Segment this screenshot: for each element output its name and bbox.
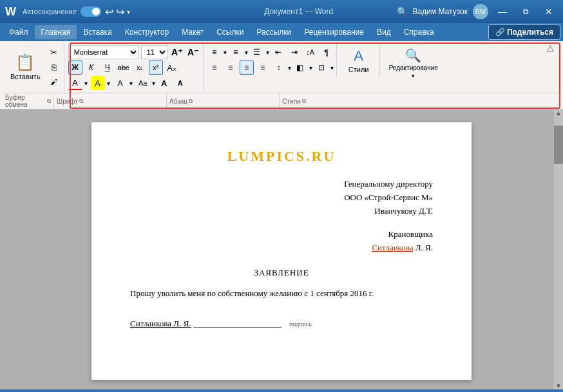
doc-addressee: Генеральному директору ООО «Строй-Сервис… [130, 178, 433, 218]
increase-indent-button[interactable]: ⇥ [287, 45, 301, 59]
shading-button[interactable]: A [113, 76, 128, 90]
cut-button[interactable]: ✂ [47, 45, 61, 59]
menu-view[interactable]: Вид [370, 25, 397, 39]
para-group: ≡ ▾ ≡ ▾ ☰ ▾ ⇤ ⇥ ↕A ¶ ≡ ≡ ≡ ≡ ↕ ▾ ◧ ▾ ⊡ [205, 44, 337, 76]
buffer-expand-icon[interactable]: ⧉ [47, 98, 51, 105]
editing-dropdown[interactable]: ▾ [412, 73, 415, 79]
highlight-dropdown[interactable]: ▾ [107, 80, 110, 87]
increase-font-button[interactable]: A⁺ [170, 45, 184, 59]
decrease-indent-button[interactable]: ⇤ [271, 45, 285, 59]
copy-button[interactable]: ⎘ [47, 60, 61, 74]
undo-button[interactable]: ↩ [105, 6, 113, 18]
menu-insert[interactable]: Вставка [77, 25, 119, 39]
restore-button[interactable]: ⧉ [517, 3, 535, 21]
font-name-select[interactable]: Montserrat [68, 45, 139, 59]
undo-arrow[interactable]: ▾ [127, 8, 130, 15]
align-center-button[interactable]: ≡ [224, 61, 238, 75]
menu-help[interactable]: Справка [397, 25, 441, 39]
show-marks-button[interactable]: ¶ [320, 45, 334, 59]
clipboard-small-btns: ✂ ⎘ 🖌 [47, 45, 61, 89]
strikethrough-button[interactable]: аbc [117, 61, 131, 75]
change-case-button[interactable]: Aa [136, 76, 150, 90]
doc-from: Крановщика Ситлаикова Л. Я. [130, 228, 433, 255]
align-justify-button[interactable]: ≡ [256, 61, 270, 75]
ribbon-content: 📋 Вставить ✂ ⎘ 🖌 Montserrat 11 A⁺ A⁻ [3, 44, 560, 91]
superscript-button[interactable]: x² [149, 61, 163, 75]
clear-format-button[interactable]: Aₓ [165, 61, 179, 75]
font-size-select[interactable]: 11 [141, 45, 168, 59]
align-left-button[interactable]: ≡ [207, 61, 222, 75]
multilevel-button[interactable]: ☰ [250, 45, 264, 59]
grow-font-button[interactable]: A [157, 76, 171, 90]
minimize-button[interactable]: — [493, 3, 511, 21]
styles-icon: A [354, 48, 363, 64]
paste-button[interactable]: 📋 Вставить [5, 45, 46, 89]
from-name: Ситлаикова Л. Я. [130, 241, 433, 255]
editing-button[interactable]: 🔍 Редактирование ▾ [384, 45, 443, 82]
shading-para-dropdown[interactable]: ▾ [309, 64, 312, 71]
sig-name: Ситлаикова Л. Я. [130, 319, 191, 329]
styles-button[interactable]: A Стили [343, 45, 374, 76]
redo-button[interactable]: ↪ [116, 6, 124, 18]
document-area: LUMPICS.RU Генеральному директору ООО «С… [0, 109, 563, 389]
ribbon: 📋 Вставить ✂ ⎘ 🖌 Montserrat 11 A⁺ A⁻ [0, 41, 563, 109]
menu-references[interactable]: Ссылки [210, 25, 250, 39]
menu-mailings[interactable]: Рассылки [250, 25, 298, 39]
buffer-group: 📋 Вставить ✂ ⎘ 🖌 [3, 44, 64, 91]
editing-group: 🔍 Редактирование ▾ [381, 44, 446, 83]
highlight-button[interactable]: A [91, 76, 105, 90]
line-spacing-button[interactable]: ↕ [272, 61, 286, 75]
buffer-label-area: Буфер обмена ⧉ [3, 93, 54, 109]
bold-button[interactable]: Ж [68, 61, 82, 75]
toggle-knob [92, 8, 100, 15]
scroll-down-arrow[interactable]: ▼ [555, 382, 562, 389]
ribbon-collapse-button[interactable]: △ [547, 42, 554, 53]
font-expand-icon[interactable]: ⧉ [79, 98, 83, 105]
menu-layout[interactable]: Макет [175, 25, 210, 39]
word-icon: W [5, 5, 16, 19]
user-name: Вадим Матузок [413, 7, 468, 16]
autosave-label: Автосохранение [23, 8, 77, 15]
italic-button[interactable]: К [84, 61, 99, 75]
menu-home[interactable]: Главная [35, 25, 77, 39]
scroll-up-arrow[interactable]: ▲ [555, 109, 562, 117]
close-button[interactable]: ✕ [540, 3, 558, 21]
share-button[interactable]: 🔗 Поделиться [488, 24, 560, 40]
paste-label: Вставить [10, 73, 41, 80]
styles-label-area: Стили ⧉ [280, 93, 318, 109]
numbering-dropdown[interactable]: ▾ [245, 49, 248, 56]
numbering-button[interactable]: ≡ [229, 45, 243, 59]
shading-dropdown[interactable]: ▾ [129, 80, 133, 87]
font-color-button[interactable]: A [68, 76, 82, 90]
spacing-dropdown[interactable]: ▾ [288, 64, 291, 71]
search-icon[interactable]: 🔍 [397, 6, 408, 17]
align-right-button[interactable]: ≡ [240, 61, 254, 75]
bullets-button[interactable]: ≡ [207, 45, 222, 59]
shading-para-button[interactable]: ◧ [293, 61, 307, 75]
document-page[interactable]: LUMPICS.RU Генеральному директору ООО «С… [91, 122, 472, 380]
from-name-underline: Ситлаикова [372, 243, 413, 252]
format-painter-button[interactable]: 🖌 [47, 75, 61, 89]
menu-design[interactable]: Конструктор [119, 25, 175, 39]
bullets-dropdown[interactable]: ▾ [224, 49, 227, 56]
sort-button[interactable]: ↕A [303, 45, 318, 59]
styles-expand-icon[interactable]: ⧉ [302, 98, 306, 105]
case-dropdown[interactable]: ▾ [152, 80, 155, 87]
para-expand-icon[interactable]: ⧉ [189, 98, 193, 105]
scroll-thumb[interactable] [554, 126, 563, 164]
underline-button[interactable]: Ч [100, 61, 115, 75]
sig-dash: _____________________ [194, 319, 282, 329]
decrease-font-button[interactable]: A⁻ [186, 45, 200, 59]
font-color-dropdown[interactable]: ▾ [84, 80, 88, 87]
multilevel-dropdown[interactable]: ▾ [266, 49, 269, 56]
menu-bar: Файл Главная Вставка Конструктор Макет С… [0, 23, 563, 41]
subscript-button[interactable]: x₂ [133, 61, 147, 75]
borders-dropdown[interactable]: ▾ [330, 64, 334, 71]
align-row: ≡ ≡ ≡ ≡ ↕ ▾ ◧ ▾ ⊡ ▾ [207, 61, 334, 75]
borders-button[interactable]: ⊡ [314, 61, 329, 75]
menu-file[interactable]: Файл [3, 25, 35, 39]
shrink-font-button[interactable]: A [173, 76, 187, 90]
document-scrollbar[interactable]: ▲ ▼ [554, 109, 563, 389]
autosave-toggle[interactable] [81, 6, 101, 17]
menu-review[interactable]: Рецензирование [298, 25, 370, 39]
